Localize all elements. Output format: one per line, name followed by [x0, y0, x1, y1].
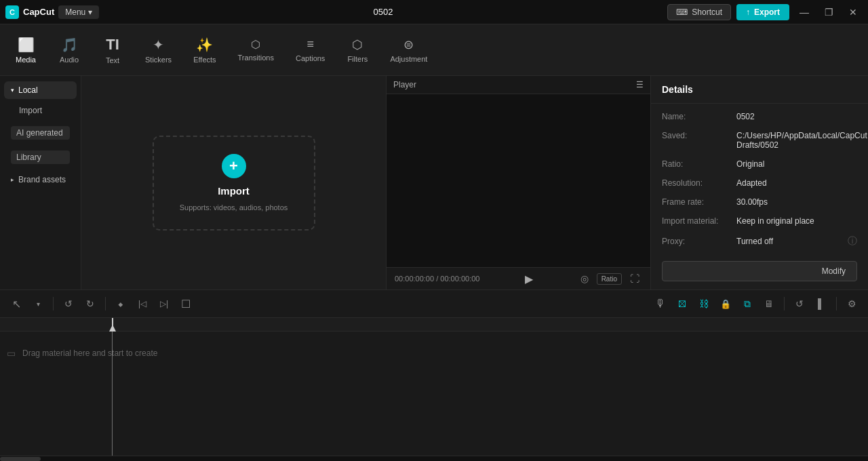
tab-adjustment[interactable]: ⊜ Adjustment — [380, 33, 437, 67]
timeline-track-icon: ▭ — [7, 348, 16, 359]
sidebar-item-ai-generated[interactable]: AI generated — [4, 122, 77, 144]
media-icon: ⬜ — [18, 37, 35, 53]
tab-transitions[interactable]: ⬡ Transitions — [229, 34, 283, 66]
logo-text: CapCut — [23, 7, 54, 17]
timeline-scroll-thumb[interactable] — [0, 457, 41, 461]
stickers-icon: ✦ — [153, 37, 164, 53]
player-controls: 00:00:00:00 / 00:00:00:00 ▶ ◎ Ratio ⛶ — [387, 267, 650, 289]
ratio-button[interactable]: Ratio — [597, 273, 622, 285]
bar-button[interactable]: ▌ — [812, 294, 831, 313]
adjustment-icon: ⊜ — [403, 37, 414, 52]
redo-button[interactable]: ↻ — [81, 294, 100, 313]
sidebar-ai-label: AI generated — [11, 126, 70, 140]
export-label: Export — [754, 7, 780, 17]
toolbar-separator-3 — [784, 297, 785, 310]
left-panel: ▾ Local Import AI generated Library ▸ Br… — [0, 76, 387, 289]
import-circle-icon[interactable]: + — [222, 154, 246, 178]
details-panel: Details Name: 0502 Saved: C:/Users/HP/Ap… — [651, 76, 868, 289]
detail-import-material: Import material: Keep in original place — [662, 216, 857, 226]
timeline-scrollbar[interactable] — [0, 456, 868, 461]
tab-effects[interactable]: ✨ Effects — [184, 33, 225, 68]
lock-button[interactable]: 🔒 — [716, 294, 735, 313]
sidebar-item-import[interactable]: Import — [4, 102, 77, 119]
detail-saved-key: Saved: — [662, 131, 736, 140]
undo2-button[interactable]: ↺ — [790, 294, 809, 313]
tab-media[interactable]: ⬜ Media — [5, 33, 46, 68]
sidebar-import-label: Import — [19, 106, 42, 115]
cursor-dropdown-button[interactable]: ▾ — [28, 294, 47, 313]
sidebar-library-label: Library — [11, 151, 70, 164]
audio-icon: 🎵 — [61, 37, 78, 53]
detail-proxy: Proxy: Turned off ⓘ — [662, 235, 857, 247]
sidebar-item-library[interactable]: Library — [4, 146, 77, 168]
tab-effects-label: Effects — [193, 56, 216, 64]
split-left-button[interactable]: |◁ — [133, 294, 152, 313]
delete-button[interactable]: ☐ — [176, 294, 195, 313]
player-header: Player ☰ — [387, 76, 650, 94]
timeline-playhead — [112, 318, 113, 331]
tab-audio[interactable]: 🎵 Audio — [49, 33, 90, 68]
details-header: Details — [651, 76, 868, 104]
detail-saved: Saved: C:/Users/HP/AppData/Local/CapCut … — [662, 131, 857, 150]
timeline-inner: ▭ Drag material here and start to create — [0, 318, 868, 461]
detail-resolution-key: Resolution: — [662, 178, 736, 188]
play-button[interactable]: ▶ — [525, 273, 533, 285]
mic-button[interactable]: 🎙 — [651, 294, 670, 313]
tab-text[interactable]: TI Text — [92, 32, 133, 68]
sidebar-item-local[interactable]: ▾ Local — [4, 81, 77, 99]
minimize-button[interactable]: — — [795, 3, 814, 22]
tab-audio-label: Audio — [60, 56, 79, 64]
logo-icon: C — [5, 5, 19, 19]
timeline-track[interactable]: ▭ Drag material here and start to create — [0, 337, 868, 369]
sidebar-brand-label: Brand assets — [18, 175, 66, 184]
info-icon[interactable]: ⓘ — [848, 235, 857, 247]
shortcut-icon: ⌨ — [676, 7, 688, 17]
close-button[interactable]: ✕ — [844, 3, 863, 22]
monitor-button[interactable]: 🖥 — [760, 294, 778, 313]
cursor-button[interactable]: ↖ — [7, 294, 26, 313]
detail-framerate-key: Frame rate: — [662, 197, 736, 207]
tab-stickers[interactable]: ✦ Stickers — [136, 33, 181, 68]
bottom-toolbar: ↖ ▾ ↺ ↻ ⬥ |◁ ▷| ☐ 🎙 ⛝ ⛓ 🔒 ⧉ 🖥 ↺ ▌ ⚙ — [0, 289, 868, 318]
shortcut-label: Shortcut — [692, 7, 722, 17]
stack-button[interactable]: ⧉ — [738, 294, 757, 313]
effects-icon: ✨ — [196, 37, 213, 53]
snapshot-icon[interactable]: ◎ — [578, 272, 591, 285]
toolbar-separator-4 — [836, 297, 837, 310]
tab-filters[interactable]: ⬡ Filters — [337, 33, 378, 67]
import-drop-zone[interactable]: + Import Supports: videos, audios, photo… — [153, 136, 315, 230]
timeline-ruler — [0, 318, 868, 332]
tab-adjustment-label: Adjustment — [390, 55, 427, 63]
media-area: + Import Supports: videos, audios, photo… — [81, 76, 386, 289]
detail-ratio-key: Ratio: — [662, 159, 736, 169]
player-menu-icon[interactable]: ☰ — [636, 80, 644, 89]
text-icon: TI — [106, 36, 119, 54]
timeline-content[interactable]: ▭ Drag material here and start to create — [0, 332, 868, 456]
player-right-controls: ◎ Ratio ⛶ — [578, 272, 642, 285]
export-button[interactable]: ↑ Export — [736, 4, 789, 20]
undo-button[interactable]: ↺ — [59, 294, 78, 313]
filters-icon: ⬡ — [352, 37, 363, 52]
player-panel: Player ☰ 00:00:00:00 / 00:00:00:00 ▶ ◎ R… — [387, 76, 651, 289]
fullscreen-icon[interactable]: ⛶ — [627, 272, 642, 285]
detail-ratio-value: Original — [736, 159, 857, 169]
split-button[interactable]: ⬥ — [111, 294, 130, 313]
modify-button[interactable]: Modify — [662, 261, 857, 281]
split-right-button[interactable]: ▷| — [155, 294, 174, 313]
sidebar-item-brand-assets[interactable]: ▸ Brand assets — [4, 171, 77, 188]
tab-media-label: Media — [16, 56, 36, 64]
detail-ratio: Ratio: Original — [662, 159, 857, 169]
tab-captions[interactable]: ≡ Captions — [286, 33, 334, 66]
menu-button[interactable]: Menu ▾ — [58, 5, 98, 19]
settings-button[interactable]: ⚙ — [842, 294, 861, 313]
detail-framerate-value: 30.00fps — [736, 197, 857, 207]
restore-button[interactable]: ❐ — [819, 3, 838, 22]
shortcut-button[interactable]: ⌨ Shortcut — [667, 4, 731, 20]
titlebar-right: ⌨ Shortcut ↑ Export — ❐ ✕ — [667, 3, 863, 22]
magnet-button[interactable]: ⛝ — [673, 294, 692, 313]
player-time-current: 00:00:00:00 — [395, 275, 434, 283]
sidebar-local-label: Local — [18, 85, 38, 95]
import-label: Import — [218, 185, 250, 197]
link-button[interactable]: ⛓ — [694, 294, 713, 313]
detail-resolution: Resolution: Adapted — [662, 178, 857, 188]
